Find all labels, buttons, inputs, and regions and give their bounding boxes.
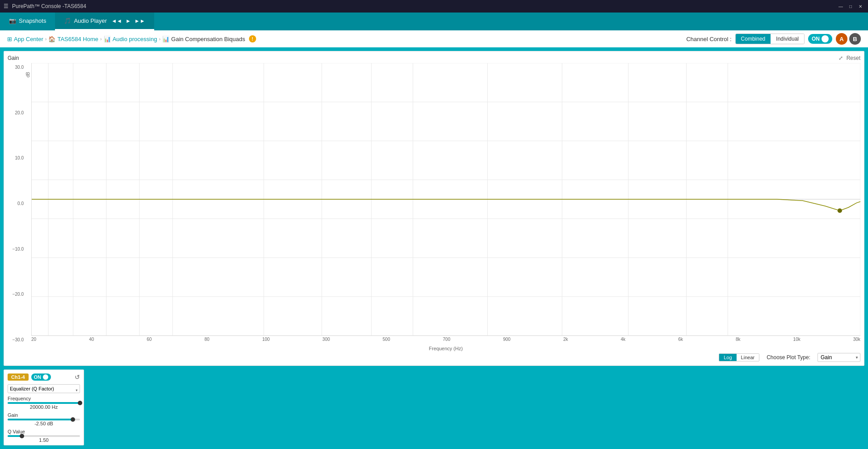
q-label: Q Value [8, 429, 80, 434]
filter-toggle[interactable]: ON [31, 373, 51, 381]
breadcrumb-sep-1: › [45, 36, 47, 42]
audio-prev-button[interactable]: ◄◄ [111, 18, 122, 24]
audio-play-button[interactable]: ► [126, 18, 131, 24]
y-label-0: 0.0 [17, 201, 24, 206]
reset-button[interactable]: Reset [847, 55, 860, 61]
channel-b-button[interactable]: B [849, 33, 861, 45]
x-500: 500 [383, 337, 390, 342]
audio-next-button[interactable]: ►► [135, 18, 145, 24]
home-icon: 🏠 [48, 36, 55, 42]
tab-snapshots[interactable]: 📷 Snapshots [0, 13, 55, 30]
close-button[interactable]: ✕ [856, 2, 864, 10]
individual-button[interactable]: Individual [771, 34, 804, 44]
y-label-neg20: −20.0 [13, 292, 24, 297]
log-button[interactable]: Log [719, 354, 736, 361]
audio-player-label: Audio Player [74, 17, 107, 24]
gain-slider[interactable] [8, 419, 80, 420]
breadcrumb-bar: ⊞ App Center › 🏠 TAS6584 Home › 📊 Audio … [0, 30, 868, 47]
y-label-30: 30.0 [15, 65, 24, 70]
filter-on-label: ON [34, 374, 42, 380]
channel-control-toggle: Combined Individual [735, 34, 805, 44]
x-6k: 6k [678, 337, 683, 342]
snapshots-label: Snapshots [19, 17, 46, 24]
log-linear-group: Log Linear [719, 353, 759, 361]
q-slider[interactable] [8, 435, 80, 437]
channel-ab: A B [836, 33, 861, 45]
biquads-icon: 📊 [162, 36, 169, 42]
chart-container: 30.0 20.0 10.0 0.0 −10.0 −20.0 −30.0 dB [8, 63, 860, 351]
q-thumb[interactable] [20, 434, 24, 438]
minimize-button[interactable]: — [837, 2, 845, 10]
breadcrumb-sep-3: › [159, 36, 160, 42]
x-300: 300 [322, 337, 330, 342]
chart-bottom-bar: Log Linear Choose Plot Type: Gain Phase … [8, 353, 860, 362]
chart-svg [32, 63, 860, 336]
breadcrumb-biquads: 📊 Gain Compensation Biquads ! [162, 35, 256, 42]
channel-control-label: Channel Control : [686, 36, 731, 42]
breadcrumb-app-center[interactable]: ⊞ App Center [7, 36, 43, 42]
x-700: 700 [443, 337, 451, 342]
gain-fill [8, 419, 73, 420]
chart-area: dB 20 40 60 80 100 300 500 [25, 63, 860, 351]
filter-type-select[interactable]: Equalizer (Q Factor) Low Pass High Pass … [8, 384, 80, 393]
plot-type-select[interactable]: Gain Phase Group Delay [817, 353, 860, 362]
toggle-circle [822, 35, 829, 42]
on-label: ON [812, 36, 820, 42]
titlebar-left: ☰ PurePath™ Console -TAS6584 [4, 3, 86, 9]
filter-toggle-circle [43, 374, 48, 380]
y-axis-label: dB [25, 63, 30, 79]
tab-audio-player[interactable]: 🎵 Audio Player ◄◄ ► ►► [55, 13, 154, 30]
x-axis: 20 40 60 80 100 300 500 700 900 2k 4k 6k [31, 336, 860, 345]
chart-grid[interactable] [31, 63, 860, 336]
x-10k: 10k [793, 337, 801, 342]
hamburger-icon[interactable]: ☰ [4, 3, 8, 9]
plot-type-wrapper: Gain Phase Group Delay [817, 353, 860, 362]
frequency-slider[interactable] [8, 402, 80, 404]
titlebar: ☰ PurePath™ Console -TAS6584 — □ ✕ [0, 0, 868, 13]
svg-point-24 [838, 208, 842, 213]
titlebar-controls: — □ ✕ [837, 2, 864, 10]
x-4k: 4k [621, 337, 626, 342]
linear-button[interactable]: Linear [737, 354, 759, 361]
gain-thumb[interactable] [71, 417, 75, 422]
appcenter-icon: ⊞ [7, 36, 12, 42]
breadcrumb-tas6584[interactable]: 🏠 TAS6584 Home [48, 36, 98, 42]
music-icon: 🎵 [64, 17, 71, 24]
maximize-button[interactable]: □ [847, 2, 855, 10]
combined-button[interactable]: Combined [736, 34, 771, 44]
filter-card-header: Ch1-4 ON ↺ [8, 373, 80, 381]
on-toggle[interactable]: ON [808, 34, 832, 44]
filter-card: Ch1-4 ON ↺ Equalizer (Q Factor) Low Pass… [4, 369, 84, 445]
frequency-thumb[interactable] [78, 401, 82, 405]
frequency-value: 20000.00 Hz [8, 404, 80, 410]
x-40: 40 [89, 337, 94, 342]
x-100: 100 [262, 337, 270, 342]
breadcrumb-audio-proc[interactable]: 📊 Audio processing [104, 36, 157, 42]
channel-badge: Ch1-4 [8, 373, 29, 381]
gain-label: Gain [8, 412, 80, 418]
bottom-row: Ch1-4 ON ↺ Equalizer (Q Factor) Low Pass… [4, 369, 864, 445]
frequency-fill [8, 402, 80, 404]
filter-reset-button[interactable]: ↺ [75, 373, 80, 381]
y-label-10: 10.0 [15, 155, 24, 160]
main-content: Gain ⤢ Reset 30.0 20.0 10.0 0.0 −10.0 −2… [0, 47, 868, 449]
y-label-neg10: −10.0 [13, 247, 24, 252]
y-label-neg30: −30.0 [13, 337, 24, 342]
x-2k: 2k [563, 337, 568, 342]
q-param: Q Value 1.50 [8, 429, 80, 443]
plot-type-label: Choose Plot Type: [767, 354, 810, 361]
chart-panel: Gain ⤢ Reset 30.0 20.0 10.0 0.0 −10.0 −2… [4, 51, 864, 366]
channel-a-button[interactable]: A [836, 33, 847, 45]
camera-icon: 📷 [9, 17, 16, 24]
info-badge[interactable]: ! [249, 35, 256, 42]
y-label-20: 20.0 [15, 110, 24, 115]
expand-button[interactable]: ⤢ [839, 55, 843, 61]
frequency-label: Frequency [8, 396, 80, 401]
filter-type-wrapper: Equalizer (Q Factor) Low Pass High Pass … [8, 384, 80, 396]
audioprocessing-icon: 📊 [104, 36, 111, 42]
x-30k: 30k [853, 337, 860, 342]
frequency-param: Frequency 20000.00 Hz [8, 396, 80, 410]
navbar: 📷 Snapshots 🎵 Audio Player ◄◄ ► ►► [0, 13, 868, 30]
app-title: PurePath™ Console -TAS6584 [12, 3, 86, 9]
x-8k: 8k [736, 337, 741, 342]
